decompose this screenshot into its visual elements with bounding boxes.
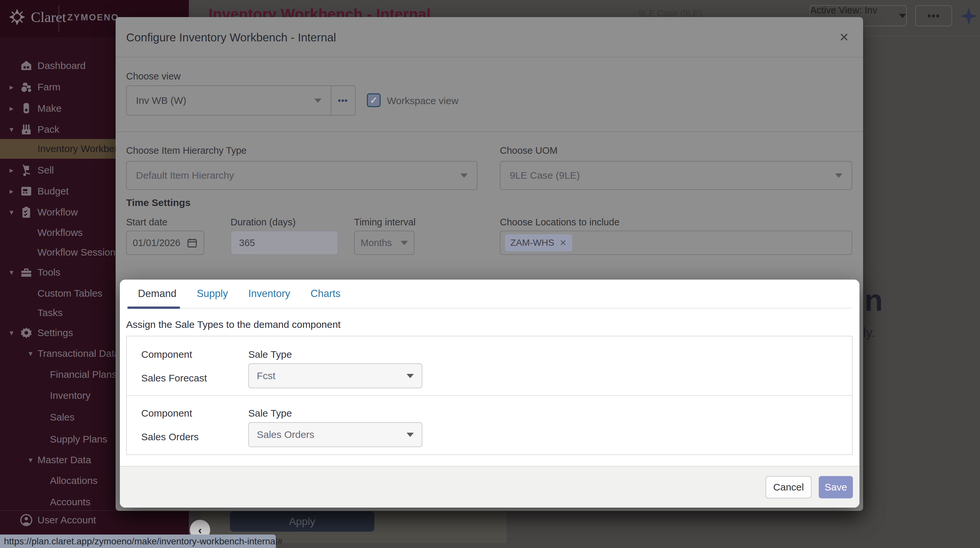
cancel-button[interactable]: Cancel <box>765 476 811 499</box>
chip-remove-icon[interactable]: ✕ <box>560 238 567 248</box>
budget-card-icon <box>19 184 33 198</box>
tab-supply[interactable]: Supply <box>197 288 228 299</box>
tractor-icon <box>19 80 33 94</box>
sale-type-header: Sale Type <box>248 408 292 419</box>
topbar-more-button[interactable]: ••• <box>915 5 952 26</box>
chevron-down-icon <box>407 374 414 378</box>
time-settings-heading: Time Settings <box>126 197 191 208</box>
chevron-down-icon: ▾ <box>6 125 16 134</box>
ellipsis-icon: ••• <box>338 96 348 106</box>
user-icon <box>19 513 33 527</box>
tab-charts[interactable]: Charts <box>311 288 340 299</box>
header-divider <box>59 5 59 32</box>
timing-interval-select[interactable]: Months <box>354 231 414 255</box>
status-url: https://plan.claret.app/zymoeno/make/inv… <box>4 536 282 547</box>
tab-demand[interactable]: Demand <box>138 288 177 299</box>
fermenter-icon <box>19 101 33 116</box>
calendar-icon <box>186 237 198 249</box>
chevron-down-icon <box>401 241 408 245</box>
view-select[interactable]: Inv WB (W) <box>126 85 331 116</box>
chevron-down-icon: ▾ <box>6 328 16 338</box>
modal-section-divider <box>116 131 863 132</box>
handtruck-icon <box>19 163 33 177</box>
demand-config-panel: Demand Supply Inventory Charts Assign th… <box>120 280 859 508</box>
chevron-down-icon <box>407 433 414 437</box>
start-date-value: 01/01/2026 <box>133 237 182 249</box>
gear-icon <box>19 326 33 340</box>
uom-label: Choose UOM <box>500 145 558 156</box>
app-logo[interactable]: Claret <box>8 8 66 25</box>
chevron-down-icon <box>314 99 321 103</box>
apply-button[interactable]: Apply <box>230 511 374 532</box>
component-header: Component <box>141 349 192 360</box>
view-select-value: Inv WB (W) <box>136 95 314 106</box>
chevron-down-icon: ▾ <box>25 349 35 358</box>
duration-value: 365 <box>239 237 255 249</box>
ai-sparkle-icon[interactable] <box>959 6 978 25</box>
chevron-down-icon: ▾ <box>25 456 35 465</box>
modal-title: Configure Inventory Workbench - Internal <box>126 31 336 44</box>
start-date-input[interactable]: 01/01/2026 <box>126 231 204 255</box>
hierarchy-select-value: Default Item Hierarchy <box>136 170 460 181</box>
choose-view-label: Choose view <box>126 71 181 82</box>
tab-track <box>127 308 852 309</box>
browser-status-bar: https://plan.claret.app/zymoeno/make/inv… <box>0 535 276 548</box>
locations-label: Choose Locations to include <box>500 217 619 228</box>
component-cell: Sales Orders <box>141 432 199 443</box>
duration-label: Duration (days) <box>231 217 296 228</box>
background-heading-fragment: n <box>864 283 883 318</box>
assign-instruction: Assign the Sale Types to the demand comp… <box>126 319 340 330</box>
table-row-divider <box>127 395 852 396</box>
ellipsis-icon: ••• <box>927 10 940 22</box>
close-icon[interactable]: ✕ <box>834 28 854 47</box>
save-button[interactable]: Save <box>819 476 853 499</box>
tab-bar: Demand Supply Inventory Charts <box>138 284 340 303</box>
chevron-right-icon: ▸ <box>6 186 16 196</box>
sale-type-table: Component Sale Type Sales Forecast Fcst … <box>126 336 853 455</box>
hierarchy-select[interactable]: Default Item Hierarchy <box>126 161 477 190</box>
logo-wordmark: Claret <box>31 9 66 25</box>
sale-type-select-orders[interactable]: Sales Orders <box>248 422 422 447</box>
modal-header-divider <box>116 57 863 57</box>
component-header: Component <box>141 408 192 419</box>
uom-select[interactable]: 9LE Case (9LE) <box>500 161 852 190</box>
sale-type-value: Fcst <box>257 370 407 381</box>
org-name: ZYMOENO <box>67 13 119 23</box>
active-tab-indicator <box>127 306 180 309</box>
workspace-view-checkbox[interactable]: ✓ <box>367 93 381 107</box>
location-chip-label: ZAM-WHS <box>511 237 554 248</box>
chevron-right-icon: ▸ <box>6 83 16 92</box>
chevron-down-icon <box>899 14 906 18</box>
toolbox-icon <box>19 265 33 280</box>
sale-type-select-forecast[interactable]: Fcst <box>248 363 422 388</box>
workspace-view-label: Workspace view <box>387 95 458 107</box>
tab-inventory[interactable]: Inventory <box>248 288 290 299</box>
locations-multiselect[interactable]: ZAM-WHS ✕ <box>500 231 852 255</box>
timing-interval-value: Months <box>361 237 395 249</box>
workflow-clipboard-icon <box>19 205 33 220</box>
check-icon: ✓ <box>370 95 377 106</box>
sale-type-header: Sale Type <box>248 349 292 360</box>
timing-interval-label: Timing interval <box>354 217 415 228</box>
chevron-down-icon <box>835 174 842 178</box>
apply-label: Apply <box>289 516 315 527</box>
sidebar-item-user-account[interactable]: User Account <box>0 511 189 530</box>
chevron-down-icon <box>460 174 468 178</box>
bottles-crate-icon <box>19 122 33 137</box>
uom-select-value: 9LE Case (9LE) <box>510 170 835 181</box>
chevron-right-icon: ▸ <box>6 166 16 175</box>
location-chip[interactable]: ZAM-WHS ✕ <box>505 234 572 251</box>
start-date-label: Start date <box>126 217 167 228</box>
background-text-fragment: ly. <box>863 325 875 340</box>
view-more-button[interactable]: ••• <box>331 85 356 116</box>
hierarchy-label: Choose Item Hierarchy Type <box>126 145 247 156</box>
chevron-down-icon: ▾ <box>6 208 16 217</box>
chevron-right-icon: ▸ <box>6 104 16 113</box>
duration-input[interactable]: 365 <box>231 231 338 255</box>
dashboard-icon <box>19 59 33 73</box>
chevron-down-icon: ▾ <box>6 268 16 277</box>
component-cell: Sales Forecast <box>141 373 207 384</box>
claret-starburst-icon <box>8 8 25 25</box>
modal-footer: Cancel Save <box>120 466 859 508</box>
sale-type-value: Sales Orders <box>257 429 407 440</box>
